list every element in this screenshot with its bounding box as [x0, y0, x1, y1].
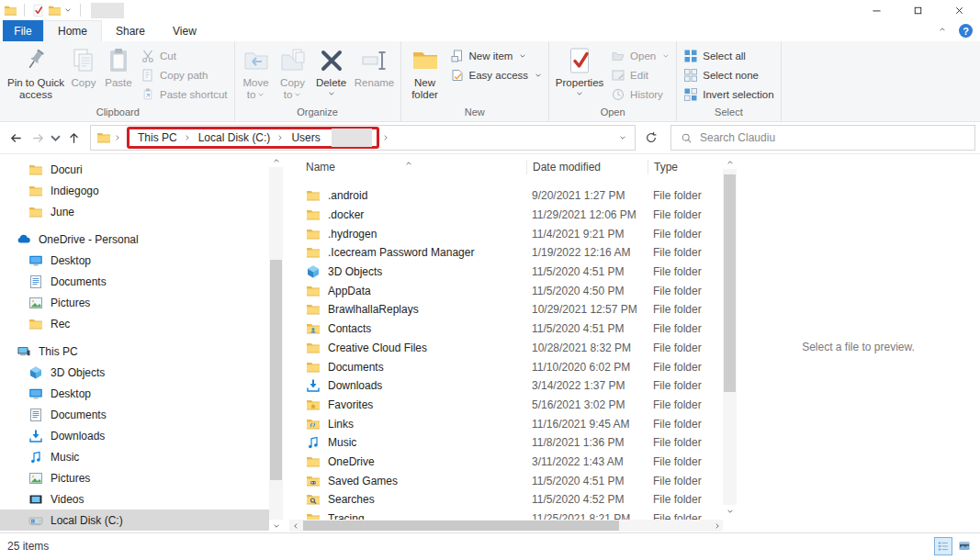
sidebar-scrollbar-thumb[interactable] [270, 260, 282, 480]
tab-file[interactable]: File [3, 20, 43, 41]
file-row-onedrive[interactable]: OneDrive3/11/2022 1:43 AMFile folder [289, 453, 723, 472]
sidebar-item-june[interactable]: June [0, 201, 269, 222]
ribbon-button-easy-access[interactable]: Easy access [446, 66, 546, 84]
ribbon-button-select-none[interactable]: Select none [680, 66, 777, 84]
sidebar-item-rec[interactable]: Rec [0, 313, 269, 334]
scroll-up-chevron-icon[interactable] [269, 154, 283, 167]
sidebar-item-pictures[interactable]: Pictures [0, 292, 269, 313]
new-folder-icon[interactable] [48, 4, 62, 17]
search-input[interactable]: Search Claudiu [670, 125, 975, 151]
ribbon-button-copy-to[interactable]: Copy to [276, 44, 310, 101]
maximize-button[interactable] [897, 0, 939, 20]
file-row-contacts[interactable]: Contacts11/5/2020 4:51 PMFile folder [289, 319, 723, 339]
collapse-ribbon-chevron-up-icon[interactable] [939, 26, 950, 37]
file-list-scrollbar-thumb[interactable] [724, 174, 736, 392]
sidebar-item-pictures[interactable]: Pictures [0, 467, 269, 488]
horizontal-scrollbar-thumb[interactable] [303, 521, 619, 531]
tab-share[interactable]: Share [102, 20, 159, 41]
file-row-documents[interactable]: Documents11/10/2020 6:02 PMFile folder [289, 357, 723, 376]
ribbon-button-cut[interactable]: Cut [137, 47, 231, 65]
address-dropdown-chevron-icon[interactable] [611, 126, 635, 150]
sidebar-item-music[interactable]: Music [0, 446, 269, 467]
thumbnails-view-icon[interactable] [955, 537, 974, 555]
scroll-up-chevron-icon[interactable] [723, 156, 737, 169]
tab-home[interactable]: Home [43, 20, 102, 41]
sidebar-item-3d-objects[interactable]: 3D Objects [0, 362, 269, 383]
scroll-left-chevron-icon[interactable] [289, 520, 301, 532]
file-list-horizontal-scrollbar[interactable] [289, 520, 723, 532]
ribbon-button-history[interactable]: History [607, 85, 673, 104]
ribbon-button-properties[interactable]: Properties [553, 44, 606, 97]
file-date-cell: 11/25/2021 8:21 PM [526, 512, 648, 520]
ribbon-button-edit[interactable]: Edit [607, 66, 673, 84]
ribbon-button-paste-shortcut[interactable]: Paste shortcut [137, 85, 231, 104]
file-row-brawlhallareplays[interactable]: BrawlhallaReplays10/29/2021 12:57 PMFile… [289, 300, 723, 319]
sidebar-scrollbar[interactable] [269, 154, 283, 532]
ribbon-button-pin-to-quick-access[interactable]: Pin to Quick access [6, 44, 66, 101]
ribbon-button-select-all[interactable]: Select all [680, 47, 777, 65]
ribbon-group-content: New folderNew itemEasy access [404, 41, 546, 106]
column-header-type[interactable]: Type [648, 160, 723, 175]
scroll-down-chevron-icon[interactable] [269, 520, 283, 532]
file-row-icecream-password-manager[interactable]: .Icecream Password Manager1/19/2022 12:1… [289, 243, 723, 263]
sidebar-item-videos[interactable]: Videos [0, 488, 269, 510]
file-row-music[interactable]: Music11/8/2021 1:36 PMFile folder [289, 433, 723, 453]
column-header-date-modified[interactable]: Date modified [526, 160, 648, 175]
ribbon-button-copy-path[interactable]: Copy path [137, 66, 231, 84]
refresh-icon[interactable] [639, 126, 663, 150]
file-row-3d-objects[interactable]: 3D Objects11/5/2020 4:51 PMFile folder [289, 263, 723, 282]
ribbon-button-copy[interactable]: Copy [68, 44, 99, 89]
help-icon[interactable]: ? [959, 24, 973, 38]
scrollbar-track[interactable] [301, 521, 711, 531]
up-button[interactable] [62, 127, 84, 149]
ribbon-button-move-to[interactable]: Move to [239, 44, 274, 101]
address-bar[interactable]: This PCLocal Disk (C:)Users [90, 125, 636, 151]
scroll-right-chevron-icon[interactable] [711, 520, 723, 532]
file-row-tracing[interactable]: Tracing11/25/2021 8:21 PMFile folder [289, 510, 723, 520]
properties-icon[interactable] [31, 4, 45, 17]
sidebar-item-desktop[interactable]: Desktop [0, 250, 269, 271]
scroll-down-chevron-icon[interactable] [723, 505, 737, 518]
sidebar-item-indiegogo[interactable]: Indiegogo [0, 180, 269, 201]
sidebar-item-onedrive-personal[interactable]: OneDrive - Personal [0, 229, 269, 250]
file-row-downloads[interactable]: Downloads3/14/2022 1:37 PMFile folder [289, 376, 723, 396]
file-row-creative-cloud-files[interactable]: Creative Cloud Files10/28/2021 8:32 PMFi… [289, 339, 723, 358]
recent-locations-chevron-down-icon[interactable] [49, 127, 62, 149]
file-row-searches[interactable]: Searches11/5/2020 4:52 PMFile folder [289, 490, 723, 510]
file-row-hydrogen[interactable]: .hydrogen11/4/2021 9:21 PMFile folder [289, 224, 723, 243]
breadcrumb-segment-users[interactable]: Users [287, 131, 323, 144]
breadcrumb-segment-local-disk-c[interactable]: Local Disk (C:) [195, 131, 275, 144]
file-row-links[interactable]: Links11/16/2021 9:45 AMFile folder [289, 414, 723, 433]
sidebar-item-desktop[interactable]: Desktop [0, 383, 269, 404]
back-button[interactable] [5, 127, 27, 149]
customize-chevron-down-icon[interactable] [64, 6, 73, 14]
ribbon-button-paste[interactable]: Paste [101, 44, 136, 89]
ribbon-button-open[interactable]: Open [607, 47, 673, 65]
file-row-favorites[interactable]: Favorites5/16/2021 3:02 PMFile folder [289, 396, 723, 415]
minimize-button[interactable] [856, 0, 897, 20]
sidebar-item-docuri[interactable]: Docuri [0, 159, 269, 180]
sidebar-item-this-pc[interactable]: This PC [0, 341, 269, 362]
breadcrumb-segment-this-pc[interactable]: This PC [134, 131, 181, 144]
sidebar-item-documents[interactable]: Documents [0, 271, 269, 292]
sidebar-item-documents[interactable]: Documents [0, 404, 269, 425]
ribbon-button-rename[interactable]: Rename [353, 44, 397, 89]
details-view-icon[interactable] [934, 537, 952, 555]
file-row-android[interactable]: .android9/20/2021 1:27 PMFile folder [289, 186, 723, 206]
file-row-appdata[interactable]: AppData11/5/2020 4:50 PMFile folder [289, 281, 723, 300]
close-button[interactable] [939, 0, 980, 20]
sidebar-item-downloads[interactable]: Downloads [0, 425, 269, 446]
breadcrumb-chevron-icon[interactable] [382, 134, 390, 142]
file-row-saved-games[interactable]: Saved Games11/5/2020 4:51 PMFile folder [289, 471, 723, 490]
file-list-vertical-scrollbar[interactable] [723, 156, 737, 518]
file-row-docker[interactable]: .docker11/29/2021 12:06 PMFile folder [289, 206, 723, 225]
ribbon-button-new-folder[interactable]: New folder [405, 44, 445, 101]
ribbon-button-invert-selection[interactable]: Invert selection [680, 85, 777, 104]
column-header-name[interactable]: Name [289, 156, 526, 178]
breadcrumb-chevron-icon[interactable] [114, 134, 122, 142]
forward-button[interactable] [27, 127, 49, 149]
tab-view[interactable]: View [159, 20, 210, 41]
ribbon-button-new-item[interactable]: New item [446, 47, 546, 65]
sidebar-item-local-disk-c[interactable]: Local Disk (C:) [0, 510, 269, 531]
ribbon-button-delete[interactable]: Delete [312, 44, 351, 97]
